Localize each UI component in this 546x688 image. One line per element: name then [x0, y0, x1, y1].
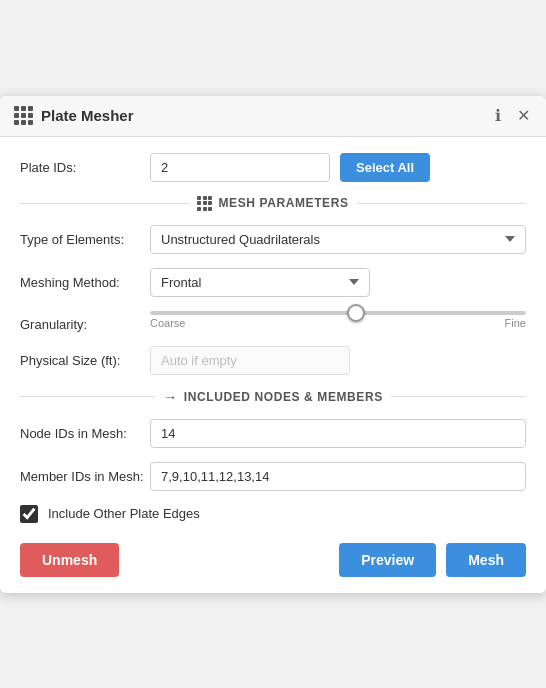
- included-nodes-title: → INCLUDED NODES & MEMBERS: [163, 389, 383, 405]
- node-ids-input[interactable]: [150, 419, 526, 448]
- member-ids-input[interactable]: [150, 462, 526, 491]
- include-other-row: Include Other Plate Edges: [20, 505, 526, 523]
- footer-buttons: Unmesh Preview Mesh: [20, 543, 526, 577]
- plate-mesher-panel: Plate Mesher ℹ ✕ Plate IDs: Select All M…: [0, 96, 546, 593]
- select-all-button[interactable]: Select All: [340, 153, 430, 182]
- plate-ids-row: Plate IDs: Select All: [20, 153, 526, 182]
- type-of-elements-label: Type of Elements:: [20, 232, 150, 247]
- granularity-label: Granularity:: [20, 317, 150, 332]
- preview-button[interactable]: Preview: [339, 543, 436, 577]
- included-nodes-divider: → INCLUDED NODES & MEMBERS: [20, 389, 526, 405]
- panel-body: Plate IDs: Select All MESH PARAMETERS Ty…: [0, 137, 546, 593]
- type-of-elements-row: Type of Elements: Unstructured Quadrilat…: [20, 225, 526, 254]
- header-icons: ℹ ✕: [493, 106, 532, 126]
- panel-header: Plate Mesher ℹ ✕: [0, 96, 546, 137]
- panel-title: Plate Mesher: [41, 107, 134, 124]
- include-other-checkbox[interactable]: [20, 505, 38, 523]
- slider-container: [150, 311, 526, 315]
- divider-left: [20, 203, 189, 204]
- plate-ids-input[interactable]: [150, 153, 330, 182]
- mesh-button[interactable]: Mesh: [446, 543, 526, 577]
- member-ids-label: Member IDs in Mesh:: [20, 469, 150, 484]
- unmesh-button[interactable]: Unmesh: [20, 543, 119, 577]
- physical-size-row: Physical Size (ft):: [20, 346, 526, 375]
- node-ids-label: Node IDs in Mesh:: [20, 426, 150, 441]
- node-ids-row: Node IDs in Mesh:: [20, 419, 526, 448]
- mesh-parameters-divider: MESH PARAMETERS: [20, 196, 526, 211]
- slider-labels: Coarse Fine: [150, 317, 526, 329]
- label-fine: Fine: [505, 317, 526, 329]
- btn-group-right: Preview Mesh: [339, 543, 526, 577]
- panel-title-area: Plate Mesher: [14, 106, 134, 125]
- member-ids-row: Member IDs in Mesh:: [20, 462, 526, 491]
- include-other-label: Include Other Plate Edges: [48, 506, 200, 521]
- mesh-parameters-title: MESH PARAMETERS: [197, 196, 348, 211]
- type-of-elements-select[interactable]: Unstructured Quadrilaterals Triangles St…: [150, 225, 526, 254]
- granularity-row: Granularity: Coarse Fine: [20, 311, 526, 332]
- divider-right2: [391, 396, 526, 397]
- granularity-slider[interactable]: [150, 311, 526, 315]
- arrow-icon: →: [163, 389, 178, 405]
- granularity-control: Coarse Fine: [150, 311, 526, 329]
- section-grid-icon: [197, 196, 212, 211]
- info-button[interactable]: ℹ: [493, 106, 503, 126]
- meshing-method-label: Meshing Method:: [20, 275, 150, 290]
- plate-ids-label: Plate IDs:: [20, 160, 150, 175]
- label-coarse: Coarse: [150, 317, 185, 329]
- physical-size-label: Physical Size (ft):: [20, 353, 150, 368]
- grid-icon: [14, 106, 33, 125]
- close-button[interactable]: ✕: [515, 106, 532, 126]
- meshing-method-select[interactable]: Frontal Delaunay Advancing Front: [150, 268, 370, 297]
- meshing-method-row: Meshing Method: Frontal Delaunay Advanci…: [20, 268, 526, 297]
- divider-right: [357, 203, 526, 204]
- physical-size-input[interactable]: [150, 346, 350, 375]
- divider-left2: [20, 396, 155, 397]
